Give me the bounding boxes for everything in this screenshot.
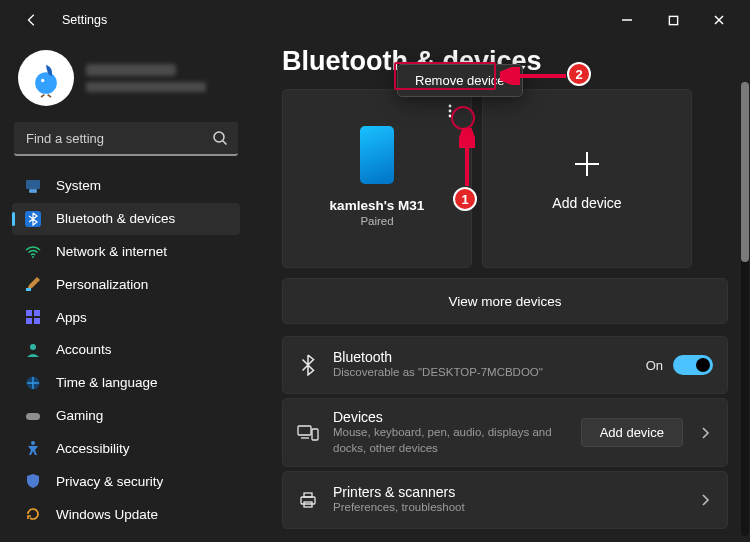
nav-apps[interactable]: Apps [12, 301, 240, 333]
nav-privacy-security[interactable]: Privacy & security [12, 465, 240, 497]
remove-device-menuitem[interactable]: Remove device [401, 68, 519, 93]
chevron-right-icon [697, 492, 713, 508]
svg-rect-12 [34, 318, 40, 324]
nav-label: Gaming [56, 408, 103, 423]
chevron-right-icon [697, 425, 713, 441]
person-icon [24, 341, 42, 359]
svg-point-13 [30, 344, 36, 350]
svg-rect-10 [34, 310, 40, 316]
svg-rect-9 [26, 310, 32, 316]
profile-name-redacted [86, 64, 206, 92]
bluetooth-icon [24, 210, 42, 228]
sidebar: System Bluetooth & devices Network & int… [0, 40, 252, 542]
svg-point-19 [449, 115, 452, 118]
nav-label: Personalization [56, 277, 148, 292]
minimize-button[interactable] [604, 4, 650, 36]
svg-rect-15 [26, 413, 40, 420]
bluetooth-outline-icon [297, 354, 319, 376]
row-printers[interactable]: Printers & scanners Preferences, trouble… [282, 471, 728, 529]
row-title: Bluetooth [333, 349, 632, 365]
device-name: kamlesh's M31 [330, 198, 425, 213]
svg-rect-11 [26, 318, 32, 324]
paired-device-card[interactable]: kamlesh's M31 Paired [282, 89, 472, 268]
add-device-card[interactable]: Add device [482, 89, 692, 268]
svg-point-7 [32, 256, 34, 258]
row-subtitle: Mouse, keyboard, pen, audio, displays an… [333, 425, 567, 456]
devices-icon [297, 422, 319, 444]
device-more-button[interactable] [439, 100, 461, 122]
main-content: Bluetooth & devices kamlesh's M31 Paired… [252, 40, 750, 542]
row-bluetooth[interactable]: Bluetooth Discoverable as "DESKTOP-7MCBD… [282, 336, 728, 394]
nav-network[interactable]: Network & internet [12, 236, 240, 268]
svg-rect-22 [301, 497, 315, 504]
globe-clock-icon [24, 374, 42, 392]
device-status: Paired [360, 215, 393, 227]
add-device-button[interactable]: Add device [581, 418, 683, 447]
device-cards: kamlesh's M31 Paired Add device [282, 89, 728, 268]
avatar [18, 50, 74, 106]
scrollbar[interactable] [741, 82, 749, 536]
update-icon [24, 505, 42, 523]
settings-rows: Bluetooth Discoverable as "DESKTOP-7MCBD… [282, 336, 728, 529]
bluetooth-toggle[interactable] [673, 355, 713, 375]
nav-label: Apps [56, 310, 87, 325]
svg-point-18 [449, 110, 452, 113]
printer-icon [297, 489, 319, 511]
paintbrush-icon [24, 275, 42, 293]
view-more-label: View more devices [448, 294, 561, 309]
nav-label: Time & language [56, 375, 158, 390]
nav-accessibility[interactable]: Accessibility [12, 433, 240, 465]
svg-point-16 [31, 441, 35, 445]
nav-time-language[interactable]: Time & language [12, 367, 240, 399]
back-button[interactable] [20, 13, 44, 27]
row-devices[interactable]: Devices Mouse, keyboard, pen, audio, dis… [282, 398, 728, 467]
search-input[interactable] [14, 122, 238, 156]
nav-label: Privacy & security [56, 474, 163, 489]
apps-icon [24, 308, 42, 326]
nav-list: System Bluetooth & devices Network & int… [12, 170, 240, 530]
svg-rect-20 [298, 426, 311, 435]
svg-point-2 [41, 79, 44, 82]
row-title: Devices [333, 409, 567, 425]
add-device-label: Add device [552, 195, 621, 211]
close-button[interactable] [696, 4, 742, 36]
svg-rect-0 [669, 16, 677, 24]
profile-block[interactable] [12, 46, 240, 120]
phone-icon [360, 126, 394, 184]
titlebar: Settings [0, 0, 750, 40]
monitor-icon [24, 177, 42, 195]
svg-point-1 [35, 72, 57, 94]
svg-rect-23 [304, 493, 312, 497]
nav-bluetooth-devices[interactable]: Bluetooth & devices [12, 203, 240, 235]
nav-accounts[interactable]: Accounts [12, 334, 240, 366]
row-subtitle: Preferences, troubleshoot [333, 500, 683, 516]
svg-rect-5 [30, 190, 36, 192]
scrollbar-thumb[interactable] [741, 82, 749, 262]
row-subtitle: Discoverable as "DESKTOP-7MCBDOO" [333, 365, 632, 381]
search-icon [212, 130, 228, 150]
nav-system[interactable]: System [12, 170, 240, 202]
svg-rect-21 [312, 429, 318, 440]
svg-rect-8 [26, 288, 31, 291]
search-box[interactable] [14, 122, 238, 156]
svg-point-17 [449, 105, 452, 108]
nav-label: System [56, 178, 101, 193]
svg-point-3 [214, 132, 224, 142]
nav-label: Accounts [56, 342, 112, 357]
view-more-devices[interactable]: View more devices [282, 278, 728, 324]
wifi-icon [24, 243, 42, 261]
nav-gaming[interactable]: Gaming [12, 400, 240, 432]
nav-label: Accessibility [56, 441, 130, 456]
device-context-menu: Remove device [397, 64, 523, 97]
shield-icon [24, 472, 42, 490]
nav-label: Network & internet [56, 244, 167, 259]
maximize-button[interactable] [650, 4, 696, 36]
nav-windows-update[interactable]: Windows Update [12, 498, 240, 530]
nav-personalization[interactable]: Personalization [12, 268, 240, 300]
nav-label: Bluetooth & devices [56, 211, 175, 226]
nav-label: Windows Update [56, 507, 158, 522]
gaming-icon [24, 407, 42, 425]
accessibility-icon [24, 439, 42, 457]
toggle-label: On [646, 358, 663, 373]
plus-icon [570, 147, 604, 181]
